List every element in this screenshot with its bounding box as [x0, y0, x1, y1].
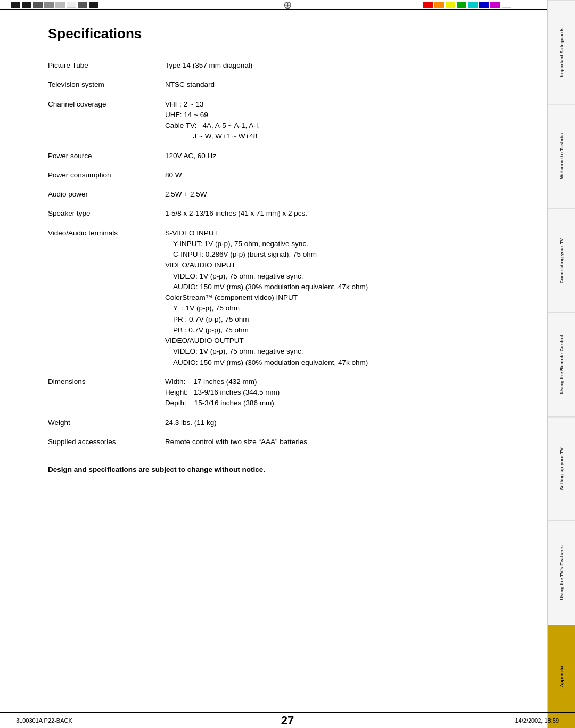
row-spacer: [48, 73, 516, 77]
spec-value: Remote control with two size “AAA” batte…: [154, 435, 516, 449]
top-bar: ⊕: [0, 0, 575, 10]
main-content: Specifications Picture TubeType 14 (357 …: [16, 10, 538, 489]
color-block-g: [457, 2, 466, 8]
sidebar-tab-4[interactable]: Setting up your TV: [548, 416, 575, 520]
spec-label: Picture Tube: [48, 58, 154, 73]
footer-right: 14/2/2002, 18:59: [515, 717, 559, 724]
spec-value: VHF: 2 ~ 13 UHF: 14 ~ 69 Cable TV: 4A, A…: [154, 97, 516, 144]
spec-label: Weight: [48, 415, 154, 430]
footer-page-number: 27: [281, 714, 294, 727]
table-row: Power consumption80 W: [48, 168, 516, 183]
table-row: Power source120V AC, 60 Hz: [48, 149, 516, 163]
sidebar-tab-0[interactable]: Important Safeguards: [548, 0, 575, 104]
color-block-5: [55, 2, 65, 8]
footer-left: 3L00301A P22-BACK: [16, 717, 72, 724]
color-block-r: [423, 2, 433, 8]
spec-label: Audio power: [48, 187, 154, 202]
sidebar: Important SafeguardsWelcome to ToshibaCo…: [547, 0, 575, 728]
sidebar-tab-3[interactable]: Using the Remote Control: [548, 312, 575, 416]
row-spacer: [48, 222, 516, 226]
sidebar-tab-1[interactable]: Welcome to Toshiba: [548, 104, 575, 208]
table-row: Video/Audio terminalsS-VIDEO INPUT Y-INP…: [48, 226, 516, 370]
spec-value: 24.3 lbs. (11 kg): [154, 415, 516, 430]
sidebar-tab-2[interactable]: Connecting your TV: [548, 208, 575, 312]
spec-label: Supplied accessories: [48, 435, 154, 449]
table-row: Speaker type1-5/8 x 2-13/16 inches (41 x…: [48, 206, 516, 221]
color-block-2: [22, 2, 31, 8]
spec-label: Television system: [48, 77, 154, 92]
table-row: DimensionsWidth: 17 inches (432 mm) Heig…: [48, 374, 516, 411]
sidebar-tab-5[interactable]: Using the TV’s Features: [548, 520, 575, 624]
color-block-y: [446, 2, 455, 8]
row-spacer: [48, 183, 516, 187]
color-block-o: [434, 2, 444, 8]
spec-label: Speaker type: [48, 206, 154, 221]
row-spacer: [48, 370, 516, 374]
row-spacer: [48, 411, 516, 415]
color-block-4: [44, 2, 54, 8]
top-bar-right-blocks: [423, 2, 511, 8]
row-spacer: [48, 93, 516, 97]
row-spacer: [48, 202, 516, 206]
table-row: Weight24.3 lbs. (11 kg): [48, 415, 516, 430]
row-spacer: [48, 144, 516, 149]
bottom-bar: 3L00301A P22-BACK 27 14/2/2002, 18:59: [0, 712, 575, 728]
spec-value: NTSC standard: [154, 77, 516, 92]
top-compass-mark: ⊕: [283, 0, 292, 11]
color-block-3: [33, 2, 43, 8]
color-block-8: [89, 2, 98, 8]
spec-value: Type 14 (357 mm diagonal): [154, 58, 516, 73]
spec-value: 80 W: [154, 168, 516, 183]
table-row: Supplied accessoriesRemote control with …: [48, 435, 516, 449]
specs-table: Picture TubeType 14 (357 mm diagonal)Tel…: [48, 58, 516, 449]
spec-value: Width: 17 inches (432 mm) Height: 13-9/1…: [154, 374, 516, 411]
spec-value: S-VIDEO INPUT Y-INPUT: 1V (p-p), 75 ohm,…: [154, 226, 516, 370]
spec-label: Dimensions: [48, 374, 154, 411]
color-block-m: [490, 2, 500, 8]
spec-label: Channel coverage: [48, 97, 154, 144]
table-row: Channel coverageVHF: 2 ~ 13 UHF: 14 ~ 69…: [48, 97, 516, 144]
spec-label: Power consumption: [48, 168, 154, 183]
color-block-7: [78, 2, 87, 8]
spec-label: Video/Audio terminals: [48, 226, 154, 370]
spec-label: Power source: [48, 149, 154, 163]
color-block-1: [11, 2, 20, 8]
color-block-c: [468, 2, 478, 8]
table-row: Audio power2.5W + 2.5W: [48, 187, 516, 202]
color-block-w: [502, 2, 511, 8]
design-notice: Design and specifications are subject to…: [48, 465, 516, 473]
color-block-6: [67, 2, 76, 8]
spec-value: 1-5/8 x 2-13/16 inches (41 x 71 mm) x 2 …: [154, 206, 516, 221]
table-row: Picture TubeType 14 (357 mm diagonal): [48, 58, 516, 73]
spec-value: 120V AC, 60 Hz: [154, 149, 516, 163]
color-block-b: [479, 2, 489, 8]
row-spacer: [48, 163, 516, 168]
page-title: Specifications: [48, 26, 516, 42]
row-spacer: [48, 430, 516, 435]
top-bar-left-blocks: [11, 2, 98, 8]
spec-value: 2.5W + 2.5W: [154, 187, 516, 202]
table-row: Television systemNTSC standard: [48, 77, 516, 92]
